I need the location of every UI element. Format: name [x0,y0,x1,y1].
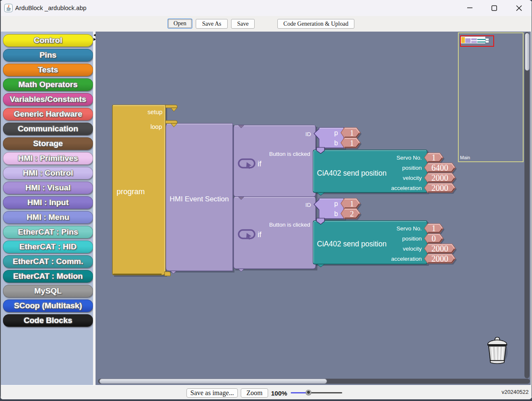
svg-text:Button is clicked: Button is clicked [269,222,310,228]
svg-text:b: b [334,139,338,147]
svg-text:HMI Event Section: HMI Event Section [170,195,229,203]
svg-text:Servo No.: Servo No. [396,225,422,232]
svg-text:if: if [258,160,262,168]
svg-text:ID: ID [306,202,311,208]
svg-text:ID: ID [306,131,311,137]
svg-text:position: position [402,165,422,171]
svg-text:program: program [117,187,145,196]
svg-text:CiA402 send position: CiA402 send position [317,169,386,177]
svg-text:1: 1 [350,199,354,208]
svg-text:setup: setup [148,109,162,115]
svg-text:b: b [334,210,338,217]
svg-text:1: 1 [350,139,354,147]
svg-text:2000: 2000 [431,244,448,253]
svg-text:1: 1 [432,224,436,233]
svg-text:1: 1 [350,128,354,137]
svg-text:if: if [258,230,262,239]
svg-text:p: p [334,200,338,207]
svg-text:Button is clicked: Button is clicked [269,151,310,157]
svg-text:acceleration: acceleration [391,256,422,262]
svg-text:p: p [334,129,338,136]
svg-text:acceleration: acceleration [391,185,422,191]
svg-text:CiA402 send position: CiA402 send position [317,240,386,248]
svg-text:2: 2 [350,209,354,218]
svg-text:2000: 2000 [431,183,448,192]
svg-text:6400: 6400 [431,163,448,172]
svg-text:loop: loop [151,123,162,130]
svg-text:position: position [402,235,422,242]
svg-text:2000: 2000 [431,173,448,182]
svg-text:2000: 2000 [431,254,448,263]
svg-text:velocity: velocity [403,175,422,181]
svg-text:velocity: velocity [403,246,422,252]
svg-text:1: 1 [432,153,436,162]
svg-text:0: 0 [432,234,436,243]
svg-text:Servo No.: Servo No. [396,155,422,161]
